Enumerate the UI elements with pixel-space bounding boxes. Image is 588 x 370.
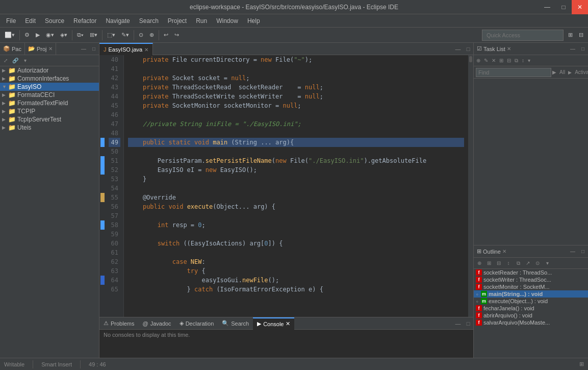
task-maximize-btn[interactable]: □: [578, 43, 588, 55]
tree-item-easyiso[interactable]: ▼ 📁 EasyISO: [0, 83, 99, 91]
outline-item-main[interactable]: ⬦ m main(String...) : void: [474, 290, 588, 298]
outline-btn-2[interactable]: ⊞: [484, 259, 494, 268]
outline-btn-5[interactable]: ⧉: [514, 259, 523, 268]
toolbar-btn-5[interactable]: ⧉▾: [74, 30, 86, 41]
task-find-input[interactable]: [476, 68, 551, 77]
all-filter-btn[interactable]: All: [557, 69, 567, 75]
task-close-icon[interactable]: ✕: [507, 46, 511, 52]
toolbar-btn-7[interactable]: ⬚▾: [105, 30, 118, 41]
bottom-panel: ⚠ Problems @ Javadoc ◈ Declaration 🔍 Sea…: [99, 317, 473, 358]
tree-item-tcpipservertest[interactable]: ▶ 📁 TcpIpServerTest: [0, 115, 99, 124]
tree-item-uteis[interactable]: ▶ 📁 Uteis: [0, 124, 99, 132]
editor-minimize-btn[interactable]: —: [453, 43, 463, 55]
bottom-maximize-btn[interactable]: □: [463, 317, 473, 330]
minimize-button[interactable]: —: [539, 0, 555, 14]
outline-item-execute[interactable]: ⬦ m execute(Object...) : void: [474, 298, 588, 305]
maximize-button[interactable]: □: [555, 0, 572, 14]
proj-close[interactable]: ✕: [48, 46, 53, 52]
tree-item-formatedtextfield[interactable]: ▶ 📁 FormatedTextField: [0, 99, 99, 107]
outline-btn-8[interactable]: ▾: [543, 259, 552, 268]
toolbar-btn-12[interactable]: ↪: [172, 30, 182, 41]
outline-item-socketreader[interactable]: f socketReader : ThreadSo...: [474, 269, 588, 276]
bottom-minimize-btn[interactable]: —: [453, 317, 463, 330]
outline-close-icon[interactable]: ✕: [502, 249, 506, 254]
task-btn-7[interactable]: ↕: [520, 56, 526, 65]
collapse-all-btn[interactable]: ⤢: [1, 56, 10, 65]
editor-tab-easyiso[interactable]: J EasyISO.java ✕: [99, 43, 153, 55]
tab-search[interactable]: 🔍 Search: [218, 317, 253, 330]
maximize-panel-btn[interactable]: □: [89, 43, 99, 55]
code-content[interactable]: private File currentDirectory = new File…: [124, 55, 468, 317]
outline-btn-1[interactable]: ⊕: [475, 259, 484, 268]
tree-item-autorizador[interactable]: ▶ 📁 Autorizador: [0, 66, 99, 75]
outline-minimize-btn[interactable]: —: [568, 245, 578, 258]
task-btn-2[interactable]: ✎: [482, 56, 490, 65]
outline-maximize-btn[interactable]: □: [578, 245, 588, 258]
tab-task-list[interactable]: ☑ Task List ✕: [474, 43, 514, 55]
tab-javadoc[interactable]: @ Javadoc: [138, 317, 175, 330]
tab-package-explorer[interactable]: 📦 Pac: [0, 43, 25, 55]
menu-search[interactable]: Search: [135, 16, 163, 26]
menu-run[interactable]: Run: [192, 16, 211, 26]
toolbar-btn-10[interactable]: ⊕: [147, 30, 157, 41]
tab-project-explorer[interactable]: 📂 Proj ✕: [25, 43, 56, 55]
new-button[interactable]: ⬜▾: [2, 30, 17, 41]
menu-edit[interactable]: Edit: [21, 16, 40, 26]
outline-btn-3[interactable]: ⊟: [494, 259, 503, 268]
activat-filter-btn[interactable]: Activat...: [573, 69, 588, 75]
toolbar-btn-8[interactable]: ✎▾: [119, 30, 132, 41]
editor-maximize-btn[interactable]: □: [463, 43, 473, 55]
task-btn-4[interactable]: ⊞: [498, 56, 505, 65]
outline-btn-6[interactable]: ↗: [523, 259, 532, 268]
menu-source[interactable]: Source: [41, 16, 68, 26]
tab-problems[interactable]: ⚠ Problems: [99, 317, 138, 330]
console-tab-close[interactable]: ✕: [286, 320, 290, 327]
run-button[interactable]: ▶: [33, 30, 42, 41]
outline-item-socketmonitor[interactable]: f socketMonitor : SocketM...: [474, 283, 588, 290]
outline-item-abrirarquivo[interactable]: f abrirArquivo() : void: [474, 312, 588, 319]
menu-project[interactable]: Project: [164, 16, 191, 26]
tree-menu-btn[interactable]: ▾: [20, 56, 30, 65]
task-minimize-btn[interactable]: —: [568, 43, 578, 55]
tab-declaration[interactable]: ◈ Declaration: [175, 317, 218, 330]
proj-icon: 📂: [28, 45, 35, 52]
task-btn-3[interactable]: ✕: [490, 56, 497, 65]
outline-btn-4[interactable]: ↕: [504, 259, 513, 268]
task-icon: ☑: [477, 45, 482, 52]
toolbar-btn-4[interactable]: ◈▾: [58, 30, 70, 41]
menu-refactor[interactable]: Refactor: [69, 16, 100, 26]
perspective-btn[interactable]: ⊞: [566, 30, 575, 41]
menu-file[interactable]: File: [2, 16, 20, 26]
tab-console[interactable]: ▶ Console ✕: [253, 317, 294, 330]
menu-help[interactable]: Help: [243, 16, 264, 26]
toolbar-btn-3[interactable]: ◉▾: [43, 30, 57, 41]
toolbar-sep-2: [72, 30, 72, 40]
close-button[interactable]: ✕: [572, 0, 588, 14]
link-btn[interactable]: 🔗: [11, 56, 20, 65]
outline-item-fecharjanela[interactable]: f fecharJanela() : void: [474, 305, 588, 312]
task-btn-1[interactable]: ⊕: [475, 56, 482, 65]
toolbar-btn-6[interactable]: ⊞▾: [87, 30, 100, 41]
outline-item-salvararquivo[interactable]: f salvarArquivo(MsoMaste...: [474, 319, 588, 326]
tab-outline[interactable]: ⊞ Outline ✕: [474, 245, 509, 258]
toolbar-btn-2[interactable]: ⚙: [22, 30, 32, 41]
outline-btn-7[interactable]: ⊙: [533, 259, 542, 268]
field-icon: f: [476, 269, 482, 276]
menu-window[interactable]: Window: [212, 16, 242, 26]
quick-access-input[interactable]: [482, 30, 564, 41]
task-btn-8[interactable]: ▾: [526, 56, 532, 65]
editor-scrollbar[interactable]: [468, 55, 473, 317]
task-btn-6[interactable]: ⧉: [513, 56, 520, 65]
tab-close-icon[interactable]: ✕: [144, 47, 148, 53]
minimize-panel-btn[interactable]: —: [79, 43, 89, 55]
tree-item-tcpip[interactable]: ▶ 📁 TCPIP: [0, 107, 99, 115]
outline-item-socketwriter[interactable]: f socketWriter : ThreadSoc...: [474, 276, 588, 283]
bottom-content: No consoles to display at this time.: [99, 330, 473, 358]
tree-item-commoninterfaces[interactable]: ▶ 📁 CommonInterfaces: [0, 75, 99, 83]
toolbar-btn-9[interactable]: ⊙: [136, 30, 146, 41]
toolbar-btn-11[interactable]: ↩: [161, 30, 171, 41]
perspective-btn-2[interactable]: ⊟: [576, 30, 586, 41]
menu-navigate[interactable]: Navigate: [101, 16, 134, 26]
task-btn-5[interactable]: ⊟: [505, 56, 513, 65]
tree-item-formataceci[interactable]: ▶ 📁 FormataCECI: [0, 91, 99, 99]
